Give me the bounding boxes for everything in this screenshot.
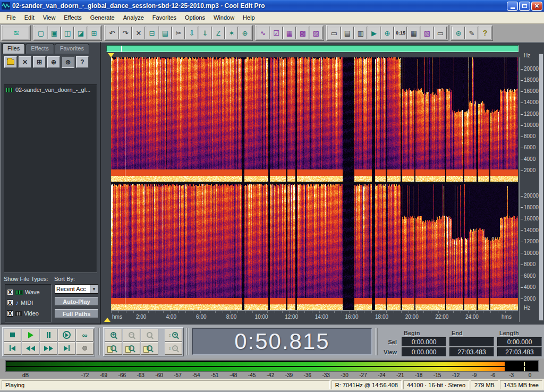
status-bar-window-button[interactable]: ▭	[434, 27, 447, 39]
level-meter[interactable]: dB-72-69-66-63-60-57-54-51-48-45-42-39-3…	[0, 359, 544, 379]
file-panel-help-button[interactable]: ?	[76, 56, 89, 68]
view-begin-value[interactable]: 0:00.000	[402, 347, 446, 356]
cue-list-window-button[interactable]: ▤	[341, 27, 354, 39]
cursor-marker-top[interactable]	[108, 53, 114, 57]
menu-effects[interactable]: Effects	[60, 13, 86, 22]
save-file-button[interactable]: ◫	[61, 27, 74, 39]
sel-begin-value[interactable]: 0:00.000	[402, 337, 446, 346]
zoom-window-button[interactable]: ⊕	[381, 27, 394, 39]
copy-button[interactable]: ▤	[159, 27, 172, 39]
menu-favorites[interactable]: Favorites	[148, 13, 181, 22]
help-button[interactable]: ?	[479, 27, 491, 39]
file-options-toggle-button[interactable]: ⊛	[62, 56, 74, 68]
sort-by-dropdown[interactable]: Recent Acc ▼	[55, 284, 98, 294]
menu-help[interactable]: Help	[239, 13, 259, 22]
zoom-selection-right-button[interactable]	[141, 342, 158, 355]
cut-button[interactable]: ✂	[172, 27, 185, 39]
menu-edit[interactable]: Edit	[20, 13, 39, 22]
wave-checkbox[interactable]: X	[7, 289, 13, 295]
play-button[interactable]	[22, 329, 39, 342]
menu-window[interactable]: Window	[209, 13, 239, 22]
zoom-to-selection-button[interactable]	[105, 342, 122, 355]
delete-selection-button[interactable]: ✕	[132, 27, 145, 39]
zoom-in-button[interactable]: +	[105, 329, 122, 342]
file-list[interactable]: 02-sander_van_doorn_-_gl...	[4, 84, 97, 273]
open-folder-button[interactable]	[4, 56, 17, 68]
record-button[interactable]	[76, 342, 94, 355]
meter-track[interactable]	[5, 360, 539, 372]
normalize-button[interactable]: ✶	[225, 27, 238, 39]
transport-window-button[interactable]: ▶	[368, 27, 380, 39]
tab-favorites[interactable]: Favorites	[55, 44, 89, 54]
undo-button[interactable]: ↶	[106, 27, 118, 39]
save-selection-button[interactable]: ⊞	[88, 27, 100, 39]
organizer-window-button[interactable]: ▭	[328, 27, 341, 39]
rewind-button[interactable]	[22, 342, 39, 355]
cursor-marker-bottom[interactable]	[104, 318, 110, 322]
multitrack-view-button[interactable]: ≋	[3, 27, 29, 39]
stop-button[interactable]	[4, 329, 21, 342]
sel-view-window-button[interactable]: ▦	[407, 27, 420, 39]
view-length-value[interactable]: 27:03.483	[497, 347, 542, 356]
close-button[interactable]: ✕	[531, 2, 542, 11]
time-ruler[interactable]: hms2:004:006:008:0010:0012:0014:0016:001…	[111, 310, 518, 322]
vertical-scrollbar[interactable]	[539, 54, 543, 321]
waveform-spectral-toggle-button[interactable]: ∿	[257, 27, 269, 39]
sel-end-value[interactable]	[449, 337, 494, 346]
statistics-button[interactable]: ▨	[310, 27, 322, 39]
play-looped-button[interactable]	[58, 329, 75, 342]
zoom-selection-left-button[interactable]	[123, 342, 140, 355]
minimize-button[interactable]	[507, 2, 518, 11]
loop-button[interactable]: ∞	[76, 329, 94, 342]
level-meters-window-button[interactable]: ▧	[421, 27, 434, 39]
insert-wave-button[interactable]: ⊕	[47, 56, 60, 68]
trim-button[interactable]: ⊟	[146, 27, 158, 39]
pause-button[interactable]	[40, 329, 57, 342]
horizontal-scrollbar[interactable]	[106, 45, 518, 52]
menu-view[interactable]: View	[39, 13, 60, 22]
phase-analysis-button[interactable]: ▩	[296, 27, 309, 39]
vertical-zoom-in-button[interactable]: ↕+	[165, 329, 182, 342]
scripts-button[interactable]: ✎	[465, 27, 478, 39]
auto-play-button[interactable]: Auto-Play	[55, 297, 98, 306]
menu-generate[interactable]: Generate	[86, 13, 119, 22]
go-to-end-button[interactable]	[58, 342, 75, 355]
preferences-button[interactable]: ☑	[270, 27, 283, 39]
go-to-start-button[interactable]	[4, 342, 21, 355]
frequency-analysis-button[interactable]: ▦	[283, 27, 296, 39]
midi-checkbox[interactable]: X	[7, 300, 13, 306]
video-checkbox[interactable]: X	[7, 310, 13, 317]
chevron-down-icon[interactable]: ▼	[90, 285, 98, 293]
redo-button[interactable]: ↷	[119, 27, 132, 39]
view-end-value[interactable]: 27:03.483	[449, 347, 494, 356]
menu-file[interactable]: File	[2, 13, 20, 22]
file-list-item[interactable]: 02-sander_van_doorn_-_gl...	[6, 87, 95, 93]
tab-files[interactable]: Files	[2, 44, 25, 54]
play-list-window-button[interactable]: ▥	[354, 27, 367, 39]
zoom-full-button[interactable]	[141, 329, 158, 342]
menu-analyze[interactable]: Analyze	[119, 13, 148, 22]
time-window-button[interactable]: 0:15	[394, 27, 407, 39]
vertical-zoom-out-button[interactable]: ↕−	[165, 342, 182, 355]
title-bar[interactable]: 02-sander_van_doorn_-_global_dance_sessi…	[0, 0, 544, 12]
spectrogram-canvas[interactable]	[111, 57, 518, 310]
tab-effects[interactable]: Effects	[26, 44, 54, 54]
close-file-button[interactable]: ✕	[19, 56, 31, 68]
frequency-ruler[interactable]: Hz20000180001600014000120001000080006000…	[519, 54, 540, 322]
fast-forward-button[interactable]	[40, 342, 57, 355]
settings-button[interactable]: ⊛	[452, 27, 465, 39]
new-file-button[interactable]: ▢	[35, 27, 47, 39]
full-paths-button[interactable]: Full Paths	[55, 309, 98, 318]
zoom-out-button[interactable]: −	[123, 329, 140, 342]
save-as-button[interactable]: ◪	[74, 27, 87, 39]
convert-sample-type-button[interactable]: Z	[212, 27, 225, 39]
restore-button[interactable]	[519, 2, 530, 11]
mix-paste-button[interactable]: ⇓	[199, 27, 211, 39]
find-button[interactable]: ⊕	[239, 27, 251, 39]
insert-multitrack-button[interactable]: ⊞	[33, 56, 46, 68]
sel-length-value[interactable]: 0:00.000	[497, 337, 542, 346]
open-file-button[interactable]: ▣	[48, 27, 61, 39]
paste-button[interactable]: ⇩	[185, 27, 198, 39]
menu-options[interactable]: Options	[181, 13, 209, 22]
time-display[interactable]: 0:50.815	[192, 328, 373, 355]
